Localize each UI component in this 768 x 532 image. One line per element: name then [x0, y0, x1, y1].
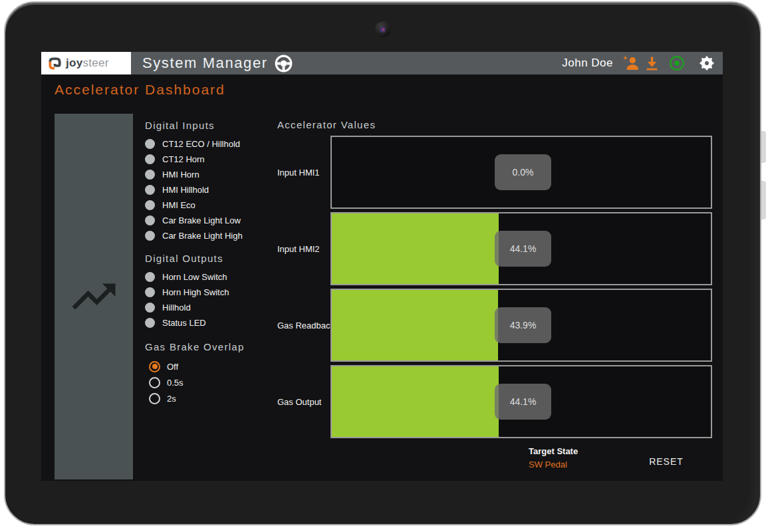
led-indicator-icon	[145, 200, 155, 210]
value-badge: 44.1%	[495, 384, 551, 420]
target-state-label: Target State	[529, 446, 578, 456]
bar-gauge: 44.1%	[330, 365, 712, 438]
digital-inputs-title: Digital Inputs	[145, 120, 275, 131]
sidebar-rail-dashboard[interactable]	[55, 114, 133, 479]
trending-up-icon	[68, 271, 120, 323]
radio-icon[interactable]	[149, 393, 160, 404]
digital-input-row: Car Brake Light High	[145, 228, 275, 243]
bar-fill	[332, 290, 498, 360]
overlap-option-05s[interactable]: 0.5s	[149, 374, 275, 390]
led-indicator-icon	[145, 170, 155, 180]
settings-button[interactable]	[699, 52, 715, 74]
bar-fill	[332, 366, 499, 437]
digital-output-row: Horn High Switch	[145, 285, 275, 300]
reset-button[interactable]: RESET	[623, 452, 709, 471]
radio-icon[interactable]	[149, 377, 160, 388]
bar-row-input-hmi1: Input HMI1 0.0%	[277, 136, 719, 209]
bar-fill	[332, 213, 499, 284]
front-camera-icon	[375, 21, 391, 37]
value-badge: 43.9%	[495, 307, 551, 343]
led-indicator-icon	[145, 272, 155, 282]
value-badge: 0.0%	[495, 154, 551, 190]
digital-input-row: CT12 Horn	[145, 152, 275, 167]
bar-row-gas-readback: Gas Readback 43.9%	[277, 289, 719, 362]
user-add-button[interactable]	[621, 52, 640, 74]
joysteer-logo[interactable]: joysteer	[41, 52, 131, 74]
page-title: Accelerator Dashboard	[55, 82, 225, 98]
value-badge: 44.1%	[495, 231, 551, 267]
target-state-value: SW Pedal	[529, 460, 578, 469]
download-icon	[644, 55, 660, 72]
led-indicator-icon	[145, 215, 155, 225]
tablet-frame: joysteer System Manager John Doe	[4, 1, 761, 525]
app-bar: joysteer System Manager John Doe	[41, 52, 723, 74]
digital-output-row: Status LED	[145, 315, 275, 331]
led-indicator-icon	[145, 231, 155, 241]
steering-wheel-icon	[274, 52, 293, 74]
led-indicator-icon	[145, 303, 155, 313]
gas-brake-overlap-title: Gas Brake Overlap	[145, 341, 275, 352]
bar-gauge: 0.0%	[330, 136, 712, 209]
gear-icon	[699, 55, 715, 71]
digital-input-row: HMI Horn	[145, 167, 275, 182]
user-name: John Doe	[562, 52, 613, 74]
download-button[interactable]	[644, 52, 660, 74]
led-indicator-icon	[145, 185, 155, 195]
overlap-option-2s[interactable]: 2s	[149, 390, 275, 406]
power-status-icon	[668, 55, 686, 72]
digital-outputs-title: Digital Outputs	[145, 253, 275, 264]
io-panel: Digital Inputs CT12 ECO / Hillhold CT12 …	[145, 115, 275, 406]
user-add-icon	[621, 54, 640, 72]
led-indicator-icon	[145, 154, 155, 164]
digital-output-row: Hillhold	[145, 300, 275, 315]
led-indicator-icon	[145, 139, 155, 149]
radio-icon[interactable]	[149, 361, 160, 372]
digital-input-row: Car Brake Light Low	[145, 213, 275, 228]
overlap-option-off[interactable]: Off	[149, 358, 275, 374]
led-indicator-icon	[145, 318, 155, 328]
bar-gauge: 43.9%	[330, 289, 712, 362]
bar-row-input-hmi2: Input HMI2 44.1%	[277, 212, 719, 285]
bar-gauge: 44.1%	[330, 212, 712, 285]
value-bars: Input HMI1 0.0% Input HMI2 44.1% Gas Rea…	[277, 136, 719, 438]
accelerator-values-panel: Accelerator Values Input HMI1 0.0% Input…	[277, 115, 719, 481]
app-title: System Manager	[142, 52, 268, 74]
target-state: Target State SW Pedal	[529, 446, 578, 469]
led-indicator-icon	[145, 287, 155, 297]
joysteer-logo-icon	[47, 56, 63, 71]
brand-steer: steer	[82, 57, 108, 70]
brand-joy: joy	[66, 57, 82, 70]
accelerator-values-title: Accelerator Values	[277, 119, 719, 130]
status-button[interactable]	[668, 52, 686, 74]
panel-footer: Target State SW Pedal RESET	[277, 446, 719, 481]
app-screen: joysteer System Manager John Doe	[41, 52, 723, 481]
bar-row-gas-output: Gas Output 44.1%	[277, 365, 719, 438]
digital-input-row: HMI Hillhold	[145, 182, 275, 198]
digital-input-row: HMI Eco	[145, 198, 275, 213]
digital-output-row: Horn Low Switch	[145, 269, 275, 285]
digital-input-row: CT12 ECO / Hillhold	[145, 136, 275, 152]
